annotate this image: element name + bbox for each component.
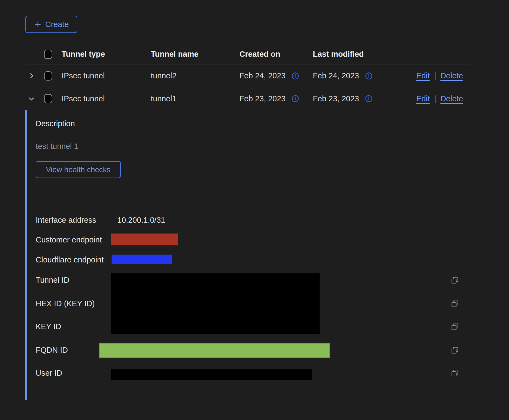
delete-link[interactable]: Delete xyxy=(440,94,463,103)
field-label-customer-endpoint: Customer endpoint xyxy=(36,235,102,244)
tunnel-type-cell: IPsec tunnel xyxy=(62,94,151,103)
chevron-right-icon xyxy=(28,72,35,79)
row-expand-button[interactable] xyxy=(28,72,35,79)
redacted-user-id-value xyxy=(111,369,312,380)
copy-hex-id-button[interactable] xyxy=(451,300,459,308)
copy-key-id-button[interactable] xyxy=(451,323,459,331)
edit-link[interactable]: Edit xyxy=(416,71,430,80)
plus-icon xyxy=(34,20,42,28)
interface-address-value: 10.200.1.0/31 xyxy=(117,216,165,225)
column-header-tunnel-type: Tunnel type xyxy=(62,50,151,59)
redacted-cloudflare-endpoint-value xyxy=(112,255,172,264)
expanded-panel: Description test tunnel 1 View health ch… xyxy=(25,110,471,400)
field-label-tunnel-id: Tunnel ID xyxy=(36,276,69,285)
created-on-cell: Feb 23, 2023 xyxy=(239,94,313,103)
modified-date: Feb 24, 2023 xyxy=(313,71,359,80)
field-label-hex-id: HEX ID (KEY ID) xyxy=(36,299,95,308)
created-date: Feb 24, 2023 xyxy=(239,71,286,80)
table-row-tunnel1: IPsec tunnel tunnel1 Feb 23, 2023 Feb 23… xyxy=(25,87,471,110)
edit-link[interactable]: Edit xyxy=(416,94,430,103)
select-all-checkbox[interactable] xyxy=(44,50,52,59)
field-label-user-id: User ID xyxy=(36,369,62,378)
redacted-customer-endpoint-value xyxy=(111,234,178,245)
redacted-fqdn-id-value xyxy=(99,343,330,358)
info-icon[interactable] xyxy=(292,72,299,80)
copy-fqdn-id-button[interactable] xyxy=(451,346,459,355)
created-on-cell: Feb 24, 2023 xyxy=(239,71,313,80)
column-header-tunnel-name: Tunnel name xyxy=(151,50,239,59)
field-label-fqdn-id: FQDN ID xyxy=(36,346,68,355)
table-header-row: Tunnel type Tunnel name Created on Last … xyxy=(25,44,471,65)
redacted-tunnel-hex-key-ids-value xyxy=(111,273,320,334)
chevron-down-icon xyxy=(28,95,35,102)
copy-icon xyxy=(451,346,459,355)
column-header-created-on: Created on xyxy=(239,50,313,59)
info-icon[interactable] xyxy=(292,95,299,102)
tunnel-name-cell: tunnel2 xyxy=(151,71,239,80)
create-button-label: Create xyxy=(45,20,69,29)
tunnels-page: Create Tunnel type Tunnel name Created o… xyxy=(0,16,509,400)
section-divider xyxy=(36,196,461,196)
row-checkbox[interactable] xyxy=(44,94,52,103)
delete-link[interactable]: Delete xyxy=(440,71,463,80)
tunnels-table: Tunnel type Tunnel name Created on Last … xyxy=(25,44,471,400)
tunnel-name-cell: tunnel1 xyxy=(151,94,239,103)
expanded-indicator-bar xyxy=(25,110,27,400)
copy-icon xyxy=(451,276,459,285)
actions-separator: | xyxy=(434,94,436,103)
copy-icon xyxy=(451,300,459,308)
column-header-last-modified: Last modified xyxy=(313,50,416,59)
row-checkbox[interactable] xyxy=(44,71,52,81)
copy-user-id-button[interactable] xyxy=(451,369,459,378)
info-icon[interactable] xyxy=(365,72,373,80)
row-collapse-button[interactable] xyxy=(28,95,35,102)
last-modified-cell: Feb 23, 2023 xyxy=(313,94,416,103)
actions-separator: | xyxy=(434,71,436,80)
tunnel-type-cell: IPsec tunnel xyxy=(62,71,151,80)
field-label-cloudflare-endpoint: Cloudflare endpoint xyxy=(36,255,104,264)
info-icon[interactable] xyxy=(365,95,373,102)
create-button[interactable]: Create xyxy=(25,16,77,33)
description-label: Description xyxy=(36,119,75,128)
field-label-key-id: KEY ID xyxy=(36,322,61,331)
copy-icon xyxy=(451,369,459,378)
description-value: test tunnel 1 xyxy=(36,142,78,151)
created-date: Feb 23, 2023 xyxy=(239,94,286,103)
copy-icon xyxy=(451,323,459,331)
copy-tunnel-id-button[interactable] xyxy=(451,276,459,285)
table-row-tunnel2: IPsec tunnel tunnel2 Feb 24, 2023 Feb 24… xyxy=(25,65,471,87)
view-health-checks-button[interactable]: View health checks xyxy=(36,161,121,178)
last-modified-cell: Feb 24, 2023 xyxy=(313,71,416,80)
modified-date: Feb 23, 2023 xyxy=(313,94,359,103)
field-label-interface-address: Interface address xyxy=(36,216,96,225)
